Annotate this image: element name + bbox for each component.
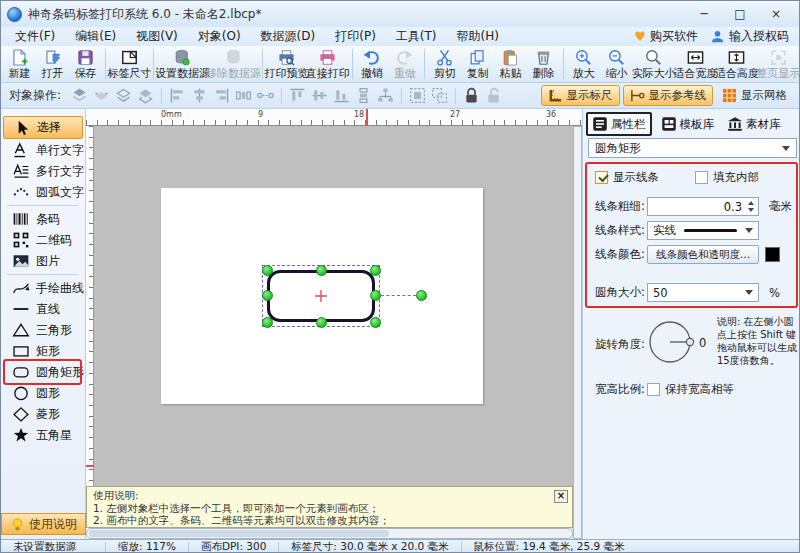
- copy-button[interactable]: 复制: [461, 47, 494, 81]
- resize-handle-e[interactable]: [370, 290, 381, 301]
- printer-icon: [318, 48, 337, 67]
- tool-diamond[interactable]: 菱形: [3, 404, 83, 424]
- curve-pen-icon: [11, 279, 31, 297]
- aspect-checkbox[interactable]: 保持宽高相等: [647, 382, 734, 397]
- show-ruler-toggle[interactable]: 显示标尺: [541, 85, 620, 106]
- line-style-dropdown[interactable]: 实线: [647, 221, 759, 240]
- align-middle-icon: [310, 86, 329, 105]
- resize-handle-w[interactable]: [262, 290, 273, 301]
- resize-handle-ne[interactable]: [370, 265, 381, 276]
- delete-button[interactable]: 删除: [527, 47, 560, 81]
- tool-star[interactable]: 五角星: [3, 425, 83, 445]
- lock-icon[interactable]: [462, 86, 481, 105]
- tool-multi-text[interactable]: 多行文字: [3, 161, 83, 181]
- show-line-checkbox[interactable]: 显示线条: [595, 170, 659, 185]
- zoom-out-button[interactable]: 缩小: [600, 47, 633, 81]
- menu-file[interactable]: 文件(F): [5, 27, 65, 46]
- rotation-handle[interactable]: [416, 290, 427, 301]
- tool-barcode[interactable]: 条码: [3, 209, 83, 229]
- tool-rounded-rectangle[interactable]: 圆角矩形: [3, 362, 83, 382]
- color-swatch[interactable]: [765, 247, 780, 262]
- undo-icon: [362, 48, 381, 67]
- window-title: 神奇条码标签打印系统 6.0 - 未命名2.lbcp*: [28, 6, 261, 23]
- paste-button[interactable]: 粘贴: [494, 47, 527, 81]
- open-button[interactable]: 打开: [36, 47, 69, 81]
- scrollbar-thumb[interactable]: [89, 530, 389, 537]
- thickness-input[interactable]: [647, 197, 759, 216]
- canvas-area[interactable]: [94, 126, 573, 486]
- menu-datasource[interactable]: 数据源(D): [251, 27, 326, 46]
- label-size-button[interactable]: 标签尺寸: [109, 47, 150, 81]
- resize-handle-se[interactable]: [370, 317, 381, 328]
- tool-rectangle[interactable]: 矩形: [3, 341, 83, 361]
- tool-arc-text[interactable]: 圆弧文字: [3, 182, 83, 202]
- vertical-ruler: [86, 126, 94, 539]
- corner-radius-dropdown[interactable]: 50: [647, 283, 759, 302]
- tool-qrcode[interactable]: 二维码: [3, 230, 83, 250]
- menu-help[interactable]: 帮助(H): [447, 27, 509, 46]
- thickness-spinner[interactable]: [745, 198, 757, 215]
- zoom-in-button[interactable]: 放大: [567, 47, 600, 81]
- tool-single-text[interactable]: 单行文字: [3, 140, 83, 160]
- tab-templates[interactable]: 模板库: [657, 114, 719, 134]
- horizontal-scrollbar[interactable]: [86, 528, 573, 539]
- resize-handle-nw[interactable]: [262, 265, 273, 276]
- resize-handle-sw[interactable]: [262, 317, 273, 328]
- object-type-dropdown[interactable]: 圆角矩形: [588, 138, 797, 158]
- tab-materials[interactable]: 素材库: [723, 114, 785, 134]
- help-close-button[interactable]: ×: [554, 490, 568, 503]
- resize-handle-s[interactable]: [316, 317, 327, 328]
- tool-curve[interactable]: 手绘曲线: [3, 278, 83, 298]
- app-window: 神奇条码标签打印系统 6.0 - 未命名2.lbcp* ─ □ × 文件(F) …: [0, 0, 800, 553]
- redo-icon: [395, 48, 414, 67]
- menu-view[interactable]: 视图(V): [126, 27, 188, 46]
- status-zoom: 缩放: 117%: [106, 542, 189, 553]
- buy-software-button[interactable]: ♥ 购买软件: [634, 28, 698, 45]
- fill-inside-checkbox[interactable]: 填充内部: [695, 170, 759, 185]
- guides-icon: [630, 88, 645, 103]
- h-spacing-icon: [256, 86, 275, 105]
- line-color-button[interactable]: 线条颜色和透明度...: [647, 245, 759, 264]
- clipboard-icon: [501, 48, 520, 67]
- h-distribute-icon: [234, 86, 253, 105]
- database-remove-icon: [224, 48, 243, 67]
- vertical-scrollbar[interactable]: [573, 126, 582, 539]
- main-toolbar: 新建 打开 保存 标签尺寸 设置数据源 移除数据源 打印预览: [1, 46, 800, 83]
- resize-handle-n[interactable]: [316, 265, 327, 276]
- status-datasource: 未设置数据源: [1, 542, 106, 553]
- menu-object[interactable]: 对象(O): [188, 27, 251, 46]
- tab-properties[interactable]: 属性栏: [586, 112, 652, 136]
- save-button[interactable]: 保存: [69, 47, 102, 81]
- actual-size-button[interactable]: 实际大小: [633, 47, 674, 81]
- tool-triangle[interactable]: 三角形: [3, 320, 83, 340]
- usage-help-button[interactable]: 使用说明: [1, 513, 86, 535]
- new-button[interactable]: 新建: [3, 47, 36, 81]
- ruler-position-marker: [366, 109, 368, 126]
- set-datasource-button[interactable]: 设置数据源: [157, 47, 208, 81]
- tool-select[interactable]: 选择: [3, 116, 83, 139]
- undo-button[interactable]: 撤销: [355, 47, 388, 81]
- print-preview-button[interactable]: 打印预览: [266, 47, 307, 81]
- close-button[interactable]: ×: [765, 7, 787, 21]
- show-grid-toggle[interactable]: 显示网格: [716, 85, 793, 106]
- cut-button[interactable]: 剪切: [428, 47, 461, 81]
- fit-height-button[interactable]: 适合高度: [716, 47, 757, 81]
- enter-license-button[interactable]: 输入授权码: [710, 28, 789, 45]
- bring-front-icon: [70, 86, 89, 105]
- menu-print[interactable]: 打印(P): [325, 27, 386, 46]
- maximize-button[interactable]: □: [729, 7, 751, 21]
- menu-edit[interactable]: 编辑(E): [65, 27, 126, 46]
- align-center-icon: [190, 86, 209, 105]
- tool-line[interactable]: 直线: [3, 299, 83, 319]
- tool-image[interactable]: 图片: [3, 251, 83, 271]
- status-label-size: 标签尺寸: 30.0 毫米 x 20.0 毫米: [279, 542, 461, 553]
- rounded-rectangle-icon: [11, 363, 31, 381]
- fit-width-button[interactable]: 适合宽度: [675, 47, 716, 81]
- rotation-dial[interactable]: [645, 317, 695, 367]
- show-guides-toggle[interactable]: 显示参考线: [623, 85, 714, 106]
- menu-tools[interactable]: 工具(T): [386, 27, 447, 46]
- corner-radius-label: 圆角大小:: [595, 285, 645, 300]
- tool-circle[interactable]: 圆形: [3, 383, 83, 403]
- direct-print-button[interactable]: 直接打印: [307, 47, 348, 81]
- minimize-button[interactable]: ─: [693, 7, 715, 21]
